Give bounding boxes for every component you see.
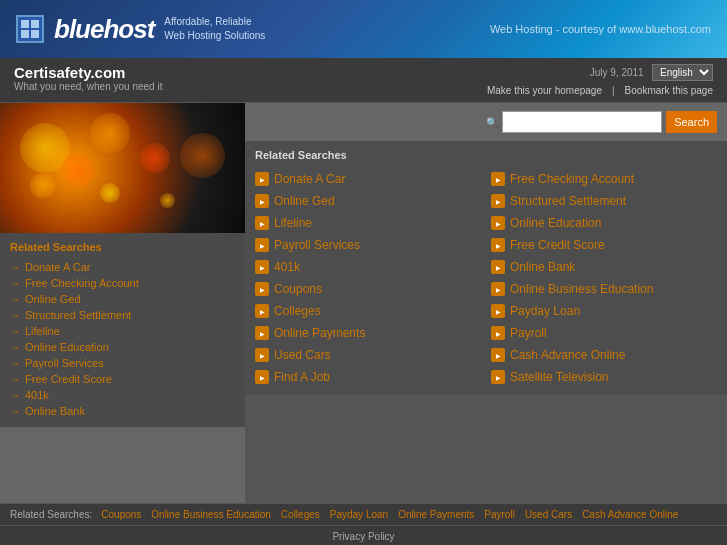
footer-link[interactable]: Online Business Education bbox=[148, 508, 274, 521]
main-link-item[interactable]: Online Ged bbox=[255, 191, 481, 211]
left-link-label: Donate A Car bbox=[25, 261, 90, 273]
arrow-icon: → bbox=[10, 326, 20, 337]
main-link-item[interactable]: Structured Settlement bbox=[491, 191, 717, 211]
bookmark-link[interactable]: Bookmark this page bbox=[625, 85, 713, 96]
link-label: Colleges bbox=[274, 304, 321, 318]
footer-link[interactable]: Used Cars bbox=[522, 508, 575, 521]
arrow-icon: → bbox=[10, 374, 20, 385]
main-link-item[interactable]: Free Credit Score bbox=[491, 235, 717, 255]
left-link-item[interactable]: →Free Checking Account bbox=[10, 275, 235, 291]
main-link-item[interactable]: Colleges bbox=[255, 301, 481, 321]
arrow-icon: → bbox=[10, 262, 20, 273]
main-link-item[interactable]: Lifeline bbox=[255, 213, 481, 233]
bluehost-banner: bluehost Affordable, Reliable Web Hostin… bbox=[0, 0, 727, 58]
link-icon bbox=[491, 282, 505, 296]
arrow-icon: → bbox=[10, 278, 20, 289]
left-link-label: Online Ged bbox=[25, 293, 81, 305]
link-icon bbox=[255, 194, 269, 208]
main-link-item[interactable]: Free Checking Account bbox=[491, 169, 717, 189]
arrow-icon: → bbox=[10, 358, 20, 369]
language-select[interactable]: English bbox=[652, 64, 713, 81]
link-label: Free Checking Account bbox=[510, 172, 634, 186]
link-icon bbox=[255, 370, 269, 384]
arrow-icon: → bbox=[10, 310, 20, 321]
link-icon bbox=[255, 282, 269, 296]
link-label: Lifeline bbox=[274, 216, 312, 230]
footer-related-label: Related Searches: bbox=[10, 509, 92, 520]
main-link-item[interactable]: Payroll bbox=[491, 323, 717, 343]
main-link-item[interactable]: Online Business Education bbox=[491, 279, 717, 299]
left-link-item[interactable]: →Lifeline bbox=[10, 323, 235, 339]
bluehost-grid-icon bbox=[16, 15, 44, 43]
search-input[interactable] bbox=[502, 111, 662, 133]
main-link-item[interactable]: Satellite Television bbox=[491, 367, 717, 387]
main-link-item[interactable]: Coupons bbox=[255, 279, 481, 299]
link-label: Coupons bbox=[274, 282, 322, 296]
left-link-item[interactable]: →401k bbox=[10, 387, 235, 403]
bluehost-name: bluehost bbox=[54, 14, 154, 45]
main-link-item[interactable]: Online Payments bbox=[255, 323, 481, 343]
link-icon bbox=[491, 194, 505, 208]
link-label: 401k bbox=[274, 260, 300, 274]
main-link-item[interactable]: Find A Job bbox=[255, 367, 481, 387]
left-link-item[interactable]: →Online Education bbox=[10, 339, 235, 355]
left-link-item[interactable]: →Payroll Services bbox=[10, 355, 235, 371]
main-link-item[interactable]: Cash Advance Online bbox=[491, 345, 717, 365]
left-link-item[interactable]: →Online Bank bbox=[10, 403, 235, 419]
footer-link[interactable]: Online Payments bbox=[395, 508, 477, 521]
link-label: Payroll bbox=[510, 326, 547, 340]
link-label: Find A Job bbox=[274, 370, 330, 384]
link-icon bbox=[255, 326, 269, 340]
homepage-link[interactable]: Make this your homepage bbox=[487, 85, 602, 96]
link-icon bbox=[255, 172, 269, 186]
footer-link[interactable]: Colleges bbox=[278, 508, 323, 521]
link-icon bbox=[491, 326, 505, 340]
left-link-label: Online Education bbox=[25, 341, 109, 353]
main-content: Related Searches →Donate A Car→Free Chec… bbox=[0, 103, 727, 503]
arrow-icon: → bbox=[10, 342, 20, 353]
privacy-bar: Privacy Policy bbox=[0, 525, 727, 545]
site-header-right: July 9, 2011 English Make this your home… bbox=[487, 64, 713, 96]
left-link-item[interactable]: →Free Credit Score bbox=[10, 371, 235, 387]
footer-link[interactable]: Payroll bbox=[481, 508, 518, 521]
privacy-link[interactable]: Privacy Policy bbox=[332, 531, 394, 542]
link-label: Satellite Television bbox=[510, 370, 609, 384]
link-icon bbox=[255, 216, 269, 230]
bluehost-tagline: Affordable, Reliable Web Hosting Solutio… bbox=[164, 15, 265, 43]
link-icon bbox=[491, 238, 505, 252]
link-label: Cash Advance Online bbox=[510, 348, 625, 362]
related-searches-label-main: Related Searches bbox=[255, 149, 717, 161]
arrow-icon: → bbox=[10, 390, 20, 401]
main-link-item[interactable]: Payroll Services bbox=[255, 235, 481, 255]
footer-link[interactable]: Payday Loan bbox=[327, 508, 391, 521]
left-links-list: →Donate A Car→Free Checking Account→Onli… bbox=[10, 259, 235, 419]
link-label: Online Bank bbox=[510, 260, 575, 274]
link-icon bbox=[491, 260, 505, 274]
link-label: Online Education bbox=[510, 216, 601, 230]
related-searches-left: Related Searches →Donate A Car→Free Chec… bbox=[0, 233, 245, 427]
left-link-label: Free Checking Account bbox=[25, 277, 139, 289]
footer-link[interactable]: Cash Advance Online bbox=[579, 508, 681, 521]
main-link-item[interactable]: Payday Loan bbox=[491, 301, 717, 321]
left-panel: Related Searches →Donate A Car→Free Chec… bbox=[0, 103, 245, 503]
site-identity: Certisafety.com What you need, when you … bbox=[14, 64, 162, 92]
left-link-item[interactable]: →Online Ged bbox=[10, 291, 235, 307]
link-icon bbox=[491, 216, 505, 230]
left-link-item[interactable]: →Structured Settlement bbox=[10, 307, 235, 323]
main-link-item[interactable]: Used Cars bbox=[255, 345, 481, 365]
left-link-item[interactable]: →Donate A Car bbox=[10, 259, 235, 275]
footer-link[interactable]: Coupons bbox=[98, 508, 144, 521]
bluehost-right-text: Web Hosting - courtesy of www.bluehost.c… bbox=[490, 23, 711, 35]
link-label: Online Payments bbox=[274, 326, 365, 340]
left-link-label: Online Bank bbox=[25, 405, 85, 417]
left-link-label: Structured Settlement bbox=[25, 309, 131, 321]
link-label: Donate A Car bbox=[274, 172, 345, 186]
main-link-item[interactable]: 401k bbox=[255, 257, 481, 277]
main-link-item[interactable]: Online Bank bbox=[491, 257, 717, 277]
related-searches-panel: Related Searches Donate A CarFree Checki… bbox=[245, 141, 727, 395]
footer-bar: Related Searches: CouponsOnline Business… bbox=[0, 503, 727, 525]
left-link-label: 401k bbox=[25, 389, 49, 401]
search-button[interactable]: Search bbox=[666, 111, 717, 133]
main-link-item[interactable]: Donate A Car bbox=[255, 169, 481, 189]
main-link-item[interactable]: Online Education bbox=[491, 213, 717, 233]
